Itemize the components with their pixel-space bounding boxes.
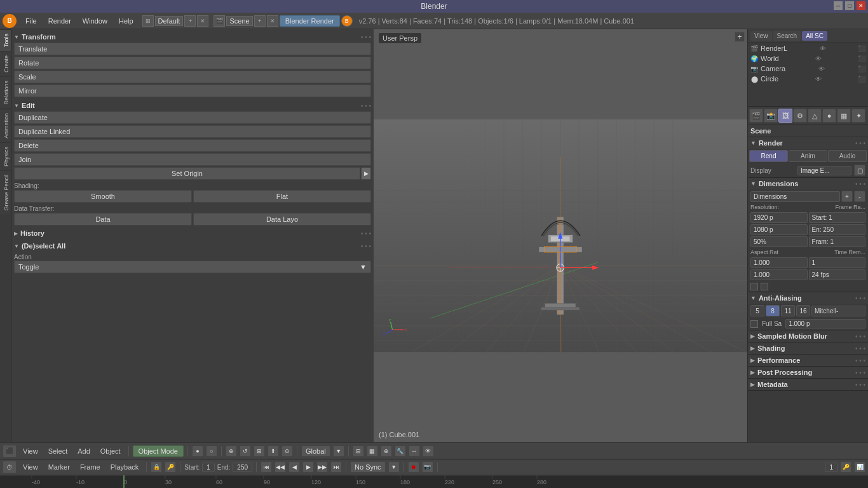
checkbox1[interactable] bbox=[750, 283, 758, 290]
edit-section-header[interactable]: ▼ Edit • • • bbox=[14, 100, 371, 111]
prop-icon-texture[interactable]: ▦ bbox=[837, 109, 851, 123]
search-tab[interactable]: Search bbox=[773, 31, 801, 41]
full-sa-checkbox[interactable] bbox=[750, 320, 758, 328]
timeline-playback[interactable]: Playback bbox=[107, 462, 143, 472]
shading-prop-header[interactable]: ▶ Shading • • • bbox=[748, 342, 868, 354]
frame-end[interactable]: En: 250 bbox=[809, 224, 866, 235]
close-button[interactable]: ✕ bbox=[857, 1, 865, 10]
outliner-item-camera[interactable]: 📷 Camera 👁 ⬛ bbox=[748, 64, 868, 74]
transform-rotate[interactable]: ↺ bbox=[240, 445, 251, 457]
global-arrow[interactable]: ▼ bbox=[333, 445, 344, 457]
workspace-add[interactable]: + bbox=[184, 15, 196, 27]
timeline-ruler[interactable]: -40 -10 0 30 60 90 120 150 180 220 250 2… bbox=[0, 475, 868, 488]
join-button[interactable]: Join bbox=[14, 153, 371, 166]
mirror-button[interactable]: Mirror bbox=[14, 85, 371, 97]
transform-scale[interactable]: ⊞ bbox=[254, 445, 265, 457]
aspect-y[interactable]: 1.000 bbox=[750, 269, 808, 280]
rotate-button[interactable]: Rotate bbox=[14, 57, 371, 69]
history-header[interactable]: ▶ History • • • bbox=[14, 228, 371, 238]
frame-step[interactable]: Fram: 1 bbox=[809, 236, 866, 247]
menu-window[interactable]: Window bbox=[78, 16, 112, 26]
tab-tools[interactable]: Tools bbox=[0, 29, 11, 51]
start-value[interactable]: 1 bbox=[202, 463, 215, 472]
icon-layers[interactable]: ⊟ bbox=[353, 445, 364, 457]
prop-icon-scene[interactable]: 🎬 bbox=[749, 109, 763, 123]
data-button[interactable]: Data bbox=[14, 213, 192, 226]
outliner-item-circle[interactable]: ⬤ Circle 👁 ⬛ bbox=[748, 74, 868, 84]
render-presets-dropdown[interactable]: Dimensions bbox=[750, 191, 840, 202]
translate-button[interactable]: Translate bbox=[14, 43, 371, 55]
icon-proportional[interactable]: ⊕ bbox=[381, 445, 392, 457]
timeline-frame[interactable]: Frame bbox=[76, 462, 104, 472]
play-jump-start[interactable]: ⏮ bbox=[261, 461, 272, 473]
aa-btn-16[interactable]: 16 bbox=[796, 305, 810, 316]
timeline-lock[interactable]: 🔒 bbox=[151, 461, 162, 473]
scale-button[interactable]: Scale bbox=[14, 71, 371, 83]
resolution-x[interactable]: 1920 p bbox=[750, 212, 808, 223]
prop-icon-render-active[interactable]: 🖼 bbox=[778, 109, 792, 123]
transform-section-header[interactable]: ▼ Transform • • • bbox=[14, 32, 371, 42]
set-origin-arrow-btn[interactable]: ▶ bbox=[361, 167, 371, 180]
viewport[interactable]: User Persp + bbox=[374, 29, 747, 442]
tab-create[interactable]: Create bbox=[0, 51, 11, 76]
aa-section-header[interactable]: ▼ Anti-Aliasing • • • bbox=[748, 292, 868, 304]
checkbox2[interactable] bbox=[761, 283, 768, 290]
global-dropdown[interactable]: Global bbox=[301, 445, 330, 457]
transform-extrude[interactable]: ⬆ bbox=[268, 445, 279, 457]
record-btn[interactable]: ⏺ bbox=[408, 461, 419, 473]
transform-grab[interactable]: ⊕ bbox=[226, 445, 237, 457]
display-value[interactable]: Image E... bbox=[797, 166, 851, 175]
viewport-wire[interactable]: ○ bbox=[206, 445, 217, 457]
sampled-motion-header[interactable]: ▶ Sampled Motion Blur • • • bbox=[748, 330, 868, 342]
aa-btn-8[interactable]: 8 bbox=[766, 305, 780, 316]
render-tab-anim[interactable]: Anim bbox=[789, 150, 827, 162]
bottom-object[interactable]: Object bbox=[97, 446, 125, 456]
workspace-dropdown[interactable]: Default bbox=[155, 16, 184, 26]
presets-add[interactable]: + bbox=[841, 191, 853, 202]
post-processing-header[interactable]: ▶ Post Processing • • • bbox=[748, 367, 868, 378]
duplicate-button[interactable]: Duplicate bbox=[14, 111, 371, 124]
prop-icon-material[interactable]: ● bbox=[822, 109, 836, 123]
timeline-view[interactable]: View bbox=[19, 462, 42, 472]
tab-grease-pencil[interactable]: Grease Pencil bbox=[0, 170, 11, 215]
icon-mirror[interactable]: ↔ bbox=[409, 445, 420, 457]
outliner-item-renderl[interactable]: 🎬 RenderL 👁 ⬛ bbox=[748, 43, 868, 53]
scene-dropdown[interactable]: Scene bbox=[226, 16, 252, 26]
menu-render[interactable]: Render bbox=[43, 16, 76, 26]
display-btn[interactable]: ▢ bbox=[854, 165, 865, 176]
icon-view[interactable]: 👁 bbox=[423, 445, 434, 457]
aa-btn-5[interactable]: 5 bbox=[750, 305, 764, 316]
resolution-y[interactable]: 1080 p bbox=[750, 224, 808, 235]
play-prev[interactable]: ◀ bbox=[288, 461, 300, 473]
current-frame[interactable]: 1 bbox=[825, 463, 837, 472]
bottom-add[interactable]: Add bbox=[74, 446, 94, 456]
record-all[interactable]: 📷 bbox=[422, 461, 433, 473]
dimensions-section-header[interactable]: ▼ Dimensions • • • bbox=[748, 178, 868, 189]
play-next[interactable]: ▶▶ bbox=[316, 461, 328, 473]
play-jump-end[interactable]: ⏭ bbox=[330, 461, 342, 473]
timeline-marker[interactable]: Marker bbox=[44, 462, 74, 472]
duplicate-linked-button[interactable]: Duplicate Linked bbox=[14, 125, 371, 138]
end-value[interactable]: 250 bbox=[233, 463, 252, 472]
icon-render-region[interactable]: ▦ bbox=[367, 445, 378, 457]
tab-relations[interactable]: Relations bbox=[0, 76, 11, 109]
bottom-view[interactable]: View bbox=[19, 446, 42, 456]
presets-remove[interactable]: - bbox=[854, 191, 865, 202]
flat-button[interactable]: Flat bbox=[193, 190, 371, 203]
timeline-lock2[interactable]: 🔑 bbox=[165, 461, 176, 473]
menu-help[interactable]: Help bbox=[114, 16, 139, 26]
no-sync-arrow[interactable]: ▼ bbox=[388, 461, 400, 473]
minimize-button[interactable]: ─ bbox=[834, 1, 843, 10]
keying-btn[interactable]: 🔑 bbox=[840, 461, 851, 473]
tab-physics[interactable]: Physics bbox=[0, 142, 11, 170]
prop-icon-mesh[interactable]: △ bbox=[808, 109, 822, 123]
prop-icon-particles[interactable]: ✦ bbox=[851, 109, 865, 123]
mode-dropdown[interactable]: Object Mode bbox=[133, 445, 184, 457]
prop-icon-object[interactable]: ⚙ bbox=[793, 109, 807, 123]
tab-animation[interactable]: Animation bbox=[0, 109, 11, 142]
play-prev-frame[interactable]: ◀◀ bbox=[275, 461, 286, 473]
blender-logo[interactable]: B bbox=[3, 14, 17, 28]
play-pause[interactable]: ▶ bbox=[302, 461, 314, 473]
deselect-header[interactable]: ▼ (De)select All • • • bbox=[14, 241, 371, 251]
render-tab-audio[interactable]: Audio bbox=[828, 150, 867, 162]
